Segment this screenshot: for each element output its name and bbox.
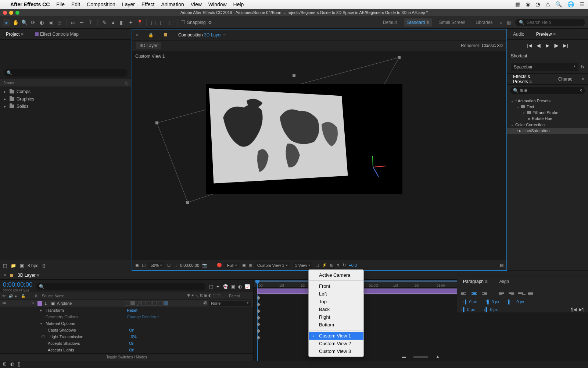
- space-after[interactable]: ↓▌ 0 px: [484, 307, 498, 312]
- view-bottom[interactable]: Bottom: [309, 321, 363, 329]
- switch-shy[interactable]: [125, 301, 129, 305]
- exposure-value[interactable]: +0.0: [349, 263, 357, 268]
- tree-fill-stroke[interactable]: Fill and Stroke: [507, 110, 588, 116]
- footer-icon[interactable]: ◐: [10, 361, 14, 367]
- interpret-footage-icon[interactable]: ⬚: [3, 263, 7, 268]
- footer-icon[interactable]: {}: [18, 361, 21, 367]
- rotate-tool[interactable]: ◐: [38, 19, 46, 26]
- resolution-dropdown[interactable]: Full ▾: [225, 262, 239, 268]
- view-custom-2[interactable]: Custom View 2: [309, 340, 363, 347]
- next-frame-button[interactable]: |▶: [554, 43, 559, 48]
- menu-effect[interactable]: Effect: [141, 1, 155, 7]
- type-tool[interactable]: T: [87, 19, 94, 26]
- ltr-icon[interactable]: ▶¶: [579, 307, 584, 312]
- source-name-header[interactable]: Source Name: [40, 294, 186, 298]
- solo-toggle-icon[interactable]: ●: [15, 294, 20, 298]
- align-left[interactable]: [461, 290, 468, 297]
- grid-icon[interactable]: ⊞: [249, 263, 252, 268]
- align-center[interactable]: [470, 290, 478, 297]
- snapshot-icon[interactable]: 📷: [202, 263, 207, 268]
- resolution-icon[interactable]: ⊞: [167, 263, 171, 268]
- parent-pickwhip[interactable]: @ None ▾: [203, 301, 251, 306]
- effect-controls-tab[interactable]: Effect Controls Map: [33, 30, 81, 38]
- close-window[interactable]: [3, 11, 7, 15]
- zoom-tool[interactable]: 🔍: [21, 19, 28, 26]
- project-search[interactable]: 🔍: [4, 69, 128, 77]
- switch-motionblur[interactable]: [153, 301, 157, 305]
- minimize-window[interactable]: [9, 11, 13, 15]
- prop-accepts-shadows[interactable]: Accepts ShadowsOn: [0, 340, 253, 347]
- fast-preview-icon[interactable]: ⚡: [322, 263, 327, 268]
- frame-blend-icon[interactable]: ▣: [231, 284, 235, 289]
- indent-first-line[interactable]: *▌ 0 px: [486, 300, 499, 304]
- switch-header[interactable]: ＼: [195, 293, 199, 298]
- roto-tool[interactable]: ✦: [127, 19, 135, 26]
- switch-header[interactable]: fx: [200, 293, 203, 298]
- new-comp-icon[interactable]: ▣: [20, 263, 24, 268]
- prop-light-transmission[interactable]: ⏱Light Transmission0%: [0, 333, 253, 340]
- transparency-icon[interactable]: ▢: [142, 263, 146, 268]
- ws-more-icon[interactable]: »: [500, 20, 502, 25]
- world-map-layer[interactable]: [209, 88, 348, 184]
- comp-viewer[interactable]: Custom View 1: [132, 51, 506, 260]
- zoom-window[interactable]: [15, 11, 19, 15]
- timeline-icon[interactable]: ⊞: [330, 263, 333, 268]
- audio-toggle-icon[interactable]: 🔊: [8, 294, 14, 298]
- local-axis[interactable]: ⬚: [150, 19, 157, 26]
- menu-layer[interactable]: Layer: [122, 1, 135, 7]
- prev-frame-button[interactable]: ◀|: [537, 43, 541, 48]
- switch-header[interactable]: ✱: [187, 293, 190, 298]
- comp-lock-icon[interactable]: 🔒: [148, 32, 154, 38]
- ws-small[interactable]: Small Screen: [436, 18, 468, 26]
- justify-last-right[interactable]: [518, 290, 526, 297]
- spotlight-icon[interactable]: 🔍: [555, 1, 562, 8]
- clear-search-icon[interactable]: ×: [580, 88, 582, 93]
- layer-twirl[interactable]: ▼: [32, 302, 35, 305]
- view-custom-1[interactable]: Custom View 1: [309, 332, 363, 340]
- orbit-tool[interactable]: ⟳: [29, 19, 37, 26]
- roi-toggle-icon[interactable]: ▣: [242, 263, 246, 268]
- preview-tab[interactable]: Preview ≡: [534, 30, 558, 38]
- justify-all[interactable]: [528, 290, 535, 297]
- timeline-tab[interactable]: 3D Layer ≡: [15, 271, 42, 279]
- renderer-indicator[interactable]: Renderer: Classic 3D: [461, 43, 503, 48]
- timeline-search[interactable]: 🔍: [36, 283, 205, 290]
- pen-tool[interactable]: ✒: [78, 19, 86, 26]
- pixel-aspect-icon[interactable]: ▢: [315, 263, 319, 268]
- paragraph-tab[interactable]: Paragraph ≡: [461, 277, 490, 286]
- draft3d-icon[interactable]: ✦: [216, 284, 220, 289]
- snapping-control[interactable]: Snapping ⚙: [181, 20, 212, 25]
- current-time[interactable]: 0;00;00;00: [180, 263, 199, 268]
- justify-last-left[interactable]: [499, 290, 506, 297]
- parent-dropdown[interactable]: None ▾: [209, 301, 251, 306]
- graph-editor-icon[interactable]: 📈: [245, 284, 250, 289]
- new-folder-icon[interactable]: 📁: [11, 263, 16, 268]
- project-folder-graphics[interactable]: ▶Graphics: [0, 95, 131, 103]
- prop-transform[interactable]: ▶TransformReset: [0, 307, 253, 314]
- align-right[interactable]: [480, 290, 487, 297]
- last-frame-button[interactable]: ▶|: [563, 43, 568, 48]
- menu-help[interactable]: Help: [233, 1, 244, 7]
- project-tab[interactable]: Project ≡: [4, 30, 26, 38]
- camera-tool[interactable]: ▣: [47, 19, 54, 26]
- comp-close-icon[interactable]: ×: [136, 32, 139, 38]
- project-label-icon[interactable]: ◬: [125, 80, 128, 85]
- snapping-options-icon[interactable]: ⚙: [208, 20, 212, 25]
- hide-shy-icon[interactable]: 👻: [223, 284, 228, 289]
- comp-mini-flowchart-icon[interactable]: ⬚: [209, 284, 213, 289]
- character-tab[interactable]: Charac: [556, 75, 575, 83]
- project-folder-comps[interactable]: ▶Comps: [0, 88, 131, 95]
- ws-default[interactable]: Default: [380, 18, 400, 26]
- layer-handle[interactable]: [155, 121, 158, 124]
- puppet-tool[interactable]: 📍: [136, 19, 143, 26]
- switch-collapse[interactable]: [130, 301, 135, 305]
- indent-right[interactable]: ▌← 0 px: [508, 300, 524, 304]
- world-axis[interactable]: ⬚: [158, 19, 166, 26]
- view-active-camera[interactable]: Active Camera: [309, 271, 363, 279]
- zoom-in-icon[interactable]: ▲: [435, 354, 440, 359]
- play-button[interactable]: ▶: [546, 43, 549, 48]
- view-right[interactable]: Right: [309, 313, 363, 321]
- lock-toggle-icon[interactable]: 🔒: [21, 294, 26, 298]
- view-dropdown[interactable]: Custom View 1 ▾: [255, 262, 290, 268]
- switch-header[interactable]: ▣: [204, 293, 207, 298]
